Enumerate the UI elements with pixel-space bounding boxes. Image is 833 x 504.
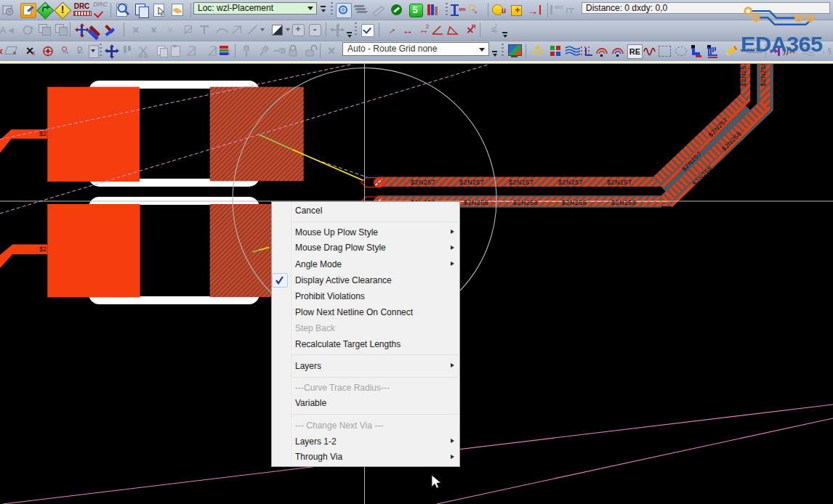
svg-text:$2N258: $2N258 bbox=[611, 199, 636, 206]
svg-text:$2N257: $2N257 bbox=[411, 179, 435, 186]
svg-text:$2N258: $2N258 bbox=[760, 64, 767, 86]
svg-text:$2N258: $2N258 bbox=[464, 199, 488, 206]
svg-text:$2N257: $2N257 bbox=[459, 179, 484, 186]
svg-text:$2N258: $2N258 bbox=[562, 199, 587, 206]
svg-text:$2N257: $2N257 bbox=[509, 179, 534, 186]
svg-text:$2N257: $2N257 bbox=[607, 179, 632, 186]
svg-text:$2: $2 bbox=[39, 130, 47, 137]
svg-text:$2N257: $2N257 bbox=[558, 179, 583, 186]
svg-text:$2N258: $2N258 bbox=[513, 199, 538, 206]
svg-text:$2: $2 bbox=[39, 245, 47, 253]
svg-text:$2N257: $2N257 bbox=[740, 64, 747, 86]
